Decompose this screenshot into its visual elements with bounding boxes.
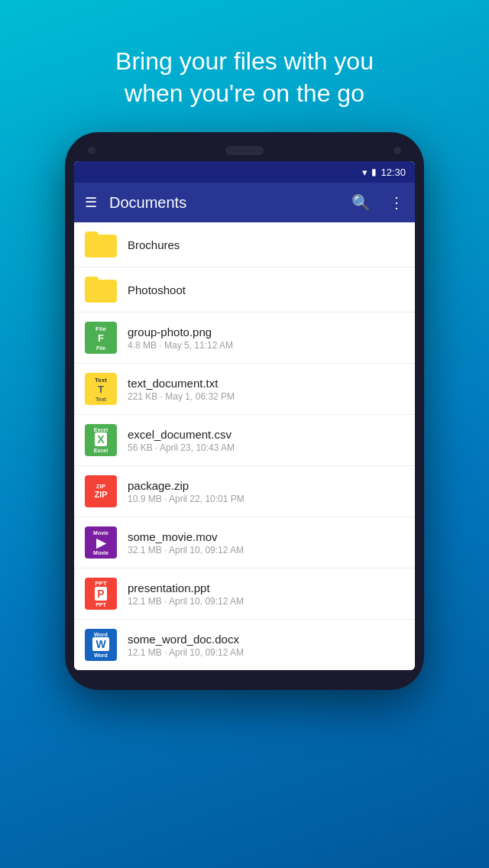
mov-file-icon: ▶ Movie <box>85 526 117 559</box>
search-icon[interactable]: 🔍 <box>351 193 371 212</box>
file-meta: 56 KB · April 23, 10:43 AM <box>128 442 404 453</box>
status-bar: ▾ ▮ 12:30 <box>74 161 415 183</box>
file-info: Photoshoot <box>128 283 404 296</box>
app-title: Documents <box>109 194 339 212</box>
txt-file-icon: T Text <box>85 373 117 405</box>
file-name: presentation.ppt <box>128 581 404 594</box>
battery-icon: ▮ <box>371 167 377 177</box>
more-options-icon[interactable]: ⋮ <box>389 193 404 212</box>
list-item[interactable]: P PPT presentation.ppt 12.1 MB · April 1… <box>74 568 415 620</box>
docx-file-icon: W Word <box>85 629 117 661</box>
file-info: group-photo.png 4.8 MB · May 5, 11:12 AM <box>128 326 404 351</box>
file-list: Brochures Photoshoot F <box>74 222 415 670</box>
list-item[interactable]: ZIP package.zip 10.9 MB · April 22, 10:0… <box>74 466 415 517</box>
file-name: group-photo.png <box>128 326 404 338</box>
file-meta: 12.1 MB · April 10, 09:12 AM <box>128 647 404 658</box>
phone-top-bar <box>74 141 415 161</box>
phone-screen: ▾ ▮ 12:30 ☰ Documents 🔍 ⋮ <box>74 161 415 670</box>
list-item[interactable]: ▶ Movie some_movie.mov 32.1 MB · April 1… <box>74 517 415 568</box>
file-info: package.zip 10.9 MB · April 22, 10:01 PM <box>128 479 404 504</box>
file-info: presentation.ppt 12.1 MB · April 10, 09:… <box>128 581 404 607</box>
file-name: some_word_doc.docx <box>128 633 404 646</box>
status-time: 12:30 <box>381 167 406 178</box>
png-file-icon: F File <box>85 322 117 354</box>
file-meta: 32.1 MB · April 10, 09:12 AM <box>128 545 404 555</box>
csv-file-icon: X Excel <box>85 424 117 456</box>
zip-file-icon: ZIP <box>85 475 117 507</box>
file-name: Photoshoot <box>128 283 404 296</box>
list-item[interactable]: Brochures <box>74 222 415 267</box>
hamburger-icon[interactable]: ☰ <box>85 194 97 211</box>
file-meta: 221 KB · May 1, 06:32 PM <box>128 391 404 402</box>
list-item[interactable]: T Text text_document.txt 221 KB · May 1,… <box>74 364 415 415</box>
file-meta: 4.8 MB · May 5, 11:12 AM <box>128 340 404 351</box>
file-info: excel_document.csv 56 KB · April 23, 10:… <box>128 428 404 453</box>
headline-text: Bring your files with you when you're on… <box>70 46 419 109</box>
file-meta: 10.9 MB · April 22, 10:01 PM <box>128 494 404 504</box>
file-info: some_word_doc.docx 12.1 MB · April 10, 0… <box>128 633 404 658</box>
folder-icon <box>85 232 117 257</box>
file-meta: 12.1 MB · April 10, 09:12 AM <box>128 596 404 607</box>
folder-icon <box>85 277 117 303</box>
phone-bottom <box>74 670 415 681</box>
phone-camera <box>88 147 96 154</box>
file-name: package.zip <box>128 479 404 492</box>
app-bar: ☰ Documents 🔍 ⋮ <box>74 183 415 222</box>
file-name: text_document.txt <box>128 377 404 390</box>
list-item[interactable]: F File group-photo.png 4.8 MB · May 5, 1… <box>74 313 415 364</box>
phone-mockup: ▾ ▮ 12:30 ☰ Documents 🔍 ⋮ <box>65 132 424 690</box>
file-name: some_movie.mov <box>128 530 404 543</box>
file-info: some_movie.mov 32.1 MB · April 10, 09:12… <box>128 530 404 555</box>
file-name: excel_document.csv <box>128 428 404 441</box>
list-item[interactable]: X Excel excel_document.csv 56 KB · April… <box>74 415 415 466</box>
file-name: Brochures <box>128 238 404 251</box>
phone-speaker <box>225 146 264 155</box>
phone-light <box>393 147 401 154</box>
wifi-icon: ▾ <box>362 167 368 178</box>
file-info: Brochures <box>128 238 404 251</box>
ppt-file-icon: P PPT <box>85 578 117 610</box>
file-info: text_document.txt 221 KB · May 1, 06:32 … <box>128 377 404 402</box>
list-item[interactable]: Photoshoot <box>74 267 415 313</box>
list-item[interactable]: W Word some_word_doc.docx 12.1 MB · Apri… <box>74 620 415 670</box>
